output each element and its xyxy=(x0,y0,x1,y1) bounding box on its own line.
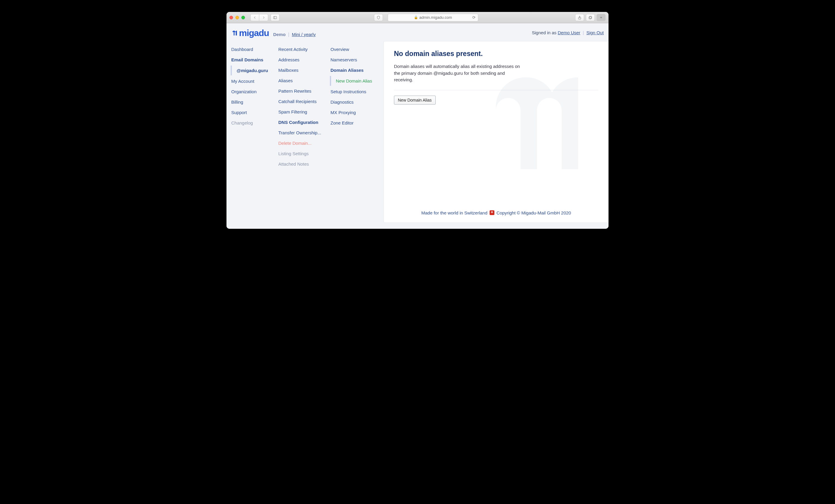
nav-organization[interactable]: Organization xyxy=(231,86,278,97)
footer: Made for the world in Switzerland Copyri… xyxy=(394,201,598,215)
nav-zone-editor[interactable]: Zone Editor xyxy=(330,118,382,128)
url-bar[interactable]: 🔒 admin.migadu.com ⟳ xyxy=(388,14,478,21)
zoom-window-button[interactable] xyxy=(241,16,245,19)
sidebar-icon xyxy=(273,16,277,20)
nav-email-domains[interactable]: Email Domains xyxy=(231,55,278,65)
swiss-flag-icon xyxy=(490,210,494,215)
nav-dns: Overview Nameservers Domain Aliases New … xyxy=(330,41,382,128)
app-body: Dashboard Email Domains @migadu.guru My … xyxy=(226,41,609,223)
reload-button[interactable]: ⟳ xyxy=(472,15,475,20)
nav-pattern-rewrites[interactable]: Pattern Rewrites xyxy=(278,86,330,96)
logo-text: migadu xyxy=(239,28,269,38)
browser-titlebar: 🔒 admin.migadu.com ⟳ + xyxy=(226,12,609,23)
nav-domain-aliases-sublist: New Domain Alias xyxy=(330,76,382,86)
nav-mailboxes[interactable]: Mailboxes xyxy=(278,65,330,75)
nav-addresses[interactable]: Addresses xyxy=(278,55,330,65)
share-button[interactable] xyxy=(575,14,584,21)
nav-aliases[interactable]: Aliases xyxy=(278,75,330,86)
footer-left: Made for the world in Switzerland xyxy=(421,210,488,215)
nav-domain-aliases[interactable]: Domain Aliases xyxy=(330,65,382,75)
nav-changelog[interactable]: Changelog xyxy=(231,118,278,128)
nav-setup-instructions[interactable]: Setup Instructions xyxy=(330,86,382,97)
new-domain-alias-button[interactable]: New Domain Alias xyxy=(394,96,436,105)
brand-area: migadu Demo | Mini / yearly xyxy=(231,27,315,38)
logo-icon xyxy=(231,29,238,37)
share-icon xyxy=(577,16,582,20)
signed-in-label: Signed in as xyxy=(532,30,557,35)
logo[interactable]: migadu xyxy=(231,28,269,38)
window-controls xyxy=(229,16,245,19)
separator: | xyxy=(583,30,584,35)
nav-overview[interactable]: Overview xyxy=(330,44,382,55)
nav-mx-proxying[interactable]: MX Proxying xyxy=(330,107,382,118)
tabs-button[interactable] xyxy=(586,14,595,21)
sign-out-link[interactable]: Sign Out xyxy=(587,30,604,35)
nav-recent-activity[interactable]: Recent Activity xyxy=(278,44,330,55)
forward-button[interactable] xyxy=(259,14,268,21)
nav-delete-domain[interactable]: Delete Domain... xyxy=(278,138,330,148)
minimize-window-button[interactable] xyxy=(236,16,239,19)
app-header: migadu Demo | Mini / yearly Signed in as… xyxy=(226,23,609,41)
nav-domain-sublist: @migadu.guru xyxy=(231,65,278,75)
close-window-button[interactable] xyxy=(229,16,233,19)
nav-listing-settings[interactable]: Listing Settings xyxy=(278,148,330,159)
main-content: No domain aliases present. Domain aliase… xyxy=(384,41,609,223)
app: migadu Demo | Mini / yearly Signed in as… xyxy=(226,23,609,229)
nav-domain: Recent Activity Addresses Mailboxes Alia… xyxy=(278,41,330,169)
plan-link[interactable]: Mini / yearly xyxy=(292,32,315,37)
lock-icon: 🔒 xyxy=(414,16,418,19)
nav-catchall[interactable]: Catchall Recipients xyxy=(278,96,330,107)
svg-rect-4 xyxy=(589,17,591,19)
user-link[interactable]: Demo User xyxy=(558,30,581,35)
privacy-report-button[interactable] xyxy=(374,14,383,21)
nav-domain-migadu-guru[interactable]: @migadu.guru xyxy=(237,65,278,75)
nav-attached-notes[interactable]: Attached Notes xyxy=(278,159,330,169)
nav-transfer-ownership[interactable]: Transfer Ownership... xyxy=(278,127,330,138)
nav-billing[interactable]: Billing xyxy=(231,97,278,107)
tabs-icon xyxy=(588,16,592,20)
plan-label: Demo xyxy=(273,32,286,37)
sidebar-toggle-button[interactable] xyxy=(270,14,280,21)
content-description: Domain aliases will automatically alias … xyxy=(394,63,525,83)
footer-right: Copyright © Migadu-Mail GmbH 2020 xyxy=(496,210,571,215)
separator: | xyxy=(288,32,289,37)
svg-rect-3 xyxy=(589,16,592,19)
svg-rect-0 xyxy=(273,16,277,19)
back-button[interactable] xyxy=(250,14,259,21)
nav-my-account[interactable]: My Account xyxy=(231,76,278,86)
nav-back-forward xyxy=(250,14,268,21)
nav-diagnostics[interactable]: Diagnostics xyxy=(330,97,382,107)
chevron-right-icon xyxy=(262,16,266,20)
chevron-left-icon xyxy=(253,16,257,20)
nav-nameservers[interactable]: Nameservers xyxy=(330,55,382,65)
nav-support[interactable]: Support xyxy=(231,107,278,118)
browser-window: 🔒 admin.migadu.com ⟳ + migadu Demo xyxy=(226,12,609,229)
nav-dns-configuration[interactable]: DNS Configuration xyxy=(278,117,330,127)
account-area: Signed in as Demo User | Sign Out xyxy=(532,30,604,35)
nav-dashboard[interactable]: Dashboard xyxy=(231,44,278,55)
nav-primary: Dashboard Email Domains @migadu.guru My … xyxy=(231,41,278,128)
new-tab-button[interactable]: + xyxy=(597,14,606,21)
nav-spam-filtering[interactable]: Spam Filtering xyxy=(278,107,330,117)
content-title: No domain aliases present. xyxy=(394,50,598,58)
nav-new-domain-alias[interactable]: New Domain Alias xyxy=(336,76,382,86)
url-text: admin.migadu.com xyxy=(419,15,452,20)
shield-icon xyxy=(376,16,381,20)
